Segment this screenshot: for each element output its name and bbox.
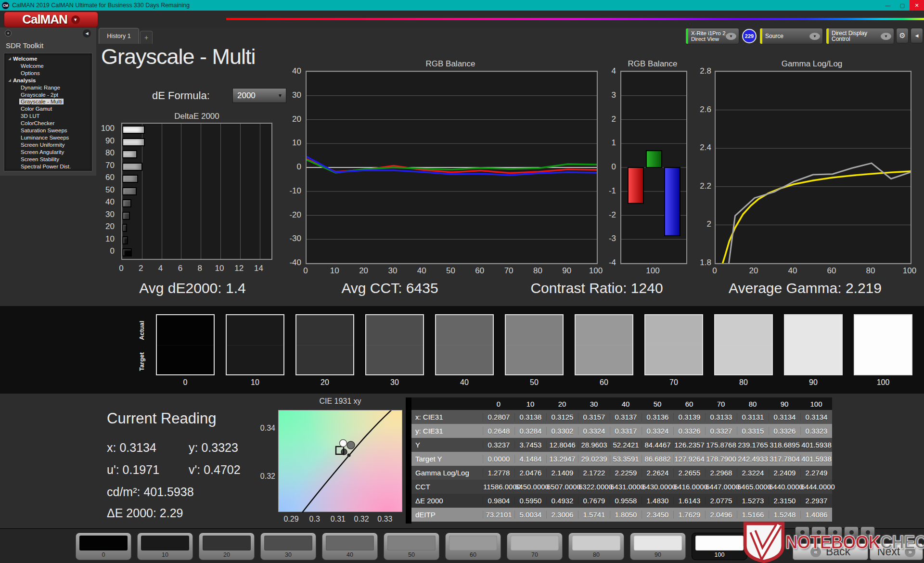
tick-label: 2 (139, 264, 143, 273)
table-column-header: 0 (483, 400, 514, 408)
workflow-dot-icon[interactable] (5, 30, 12, 37)
control-dot-icon (800, 530, 805, 535)
pattern-window-button[interactable] (752, 534, 770, 558)
meter-count-badge[interactable]: 229 (742, 29, 757, 43)
pattern-tile-80[interactable]: 80 (568, 533, 624, 560)
chevron-down-icon: ▼ (809, 33, 820, 40)
tick-label: 0.3 (309, 515, 320, 524)
table-cell: 0.3317 (610, 427, 642, 435)
meter-dropdown[interactable]: X-Rite i1Pro 2 Direct View ▼ (685, 28, 739, 44)
table-cell: 317.7804 (769, 455, 800, 463)
table-cell: 242.4933 (737, 455, 769, 463)
sidebar-item-dynamic-range[interactable]: Dynamic Range (4, 84, 92, 91)
deltae-bar-40 (122, 199, 131, 207)
pattern-tile-0[interactable]: 0 (76, 533, 131, 560)
gear-icon: ⚙ (899, 31, 905, 40)
sidebar-item-welcome[interactable]: Welcome (4, 63, 92, 70)
sidebar-item-3d-lut[interactable]: 3D LUT (4, 113, 92, 120)
table-cell: 178.7900 (705, 455, 737, 463)
pattern-control-button[interactable] (795, 526, 809, 538)
sidebar-item-spectral-power-dist-[interactable]: Spectral Power Dist. (4, 163, 92, 170)
stat-avg-cct: Avg CCT: 6435 (341, 280, 438, 296)
swatch-level-label: 90 (784, 378, 843, 387)
pattern-tile-10[interactable]: 10 (137, 533, 193, 560)
sidebar-item-grayscale-multi[interactable]: Grayscale - Multi (4, 98, 92, 105)
table-cell: 401.5938 (800, 441, 832, 449)
table-row-target-y: Target Y0.00004.148413.294729.023953.359… (411, 452, 832, 466)
sidebar-item-screen-uniformity[interactable]: Screen Uniformity (4, 141, 92, 149)
minimize-button[interactable]: — (881, 0, 895, 11)
grayscale-swatch-100 (854, 314, 912, 375)
sidebar-section-analysis[interactable]: Analysis (4, 77, 92, 84)
source-dropdown[interactable]: Source ▼ (759, 28, 823, 44)
close-button[interactable]: ✕ (910, 0, 924, 11)
pattern-tile-50[interactable]: 50 (384, 533, 439, 560)
pattern-tile-100[interactable]: 100 (692, 533, 747, 560)
pattern-tile-30[interactable]: 30 (260, 533, 316, 560)
pattern-tile-40[interactable]: 40 (322, 533, 378, 560)
sidebar-item-screen-stability[interactable]: Screen Stability (4, 156, 92, 163)
reading-luminance: cd/m²: 401.5938 (107, 485, 194, 499)
expanded-arrow-icon (8, 79, 11, 82)
target-patch (296, 345, 353, 375)
pattern-control-button[interactable] (828, 526, 842, 538)
pattern-tile-60[interactable]: 60 (445, 533, 501, 560)
de-formula-label: dE Formula: (152, 90, 210, 102)
row-label: dEITP (411, 511, 483, 519)
gridline (162, 124, 162, 259)
tick-label: 50 (91, 185, 115, 195)
tick-label: 10 (278, 138, 301, 148)
actual-patch (227, 315, 283, 345)
table-cell: 2.3006 (546, 511, 578, 519)
pattern-tile-90[interactable]: 90 (630, 533, 686, 560)
collapse-panel-button[interactable]: ◀ (911, 28, 923, 43)
tick-label: 1.8 (689, 258, 711, 268)
display-control-dropdown[interactable]: Direct Display Control ▼ (826, 28, 894, 44)
next-button[interactable]: Next » (870, 543, 923, 560)
rgb-line-chart (306, 71, 598, 264)
gamma-target-line (721, 171, 911, 263)
maximize-button[interactable]: ▢ (895, 0, 910, 11)
settings-button[interactable]: ⚙ (896, 28, 909, 43)
pattern-tile-70[interactable]: 70 (507, 533, 563, 560)
tick-label: -2 (601, 210, 616, 220)
table-header-row: 0102030405060708090100 (411, 397, 832, 410)
sidebar-item-options[interactable]: Options (4, 70, 92, 77)
tab-history-1[interactable]: History 1 (99, 28, 139, 44)
tick-label: 60 (91, 173, 115, 182)
pattern-tile-label: 90 (630, 551, 685, 558)
sidebar-section-welcome[interactable]: Welcome (4, 55, 92, 63)
pattern-control-button[interactable] (844, 526, 859, 538)
table-cell: 6450.0000 (514, 483, 546, 491)
table-cell: 0.3326 (769, 427, 800, 435)
swatch-level-label: 100 (854, 378, 912, 387)
tick-label: 0.32 (354, 515, 369, 524)
table-cell: 13.2947 (546, 455, 578, 463)
table-cell: 6465.0000 (737, 483, 769, 491)
calman-menu-button[interactable]: CalMAN ▼ (4, 12, 98, 27)
tick-label: -3 (601, 234, 616, 243)
table-column-header: 30 (578, 400, 610, 408)
target-patch (645, 345, 702, 375)
sidebar-item-saturation-sweeps[interactable]: Saturation Sweeps (4, 127, 92, 134)
sidebar-item-colorchecker[interactable]: ColorChecker (4, 120, 92, 127)
actual-patch (157, 315, 214, 345)
toolkit-title: SDR Toolkit (6, 41, 43, 50)
sidebar-collapse-button[interactable]: ◀ (83, 29, 91, 38)
tick-label: -40 (278, 258, 301, 268)
table-cell: 0.3125 (546, 413, 578, 421)
back-button[interactable]: « Back (793, 543, 868, 560)
sidebar-item-luminance-sweeps[interactable]: Luminance Sweeps (4, 134, 92, 141)
rainbow-strip (226, 18, 924, 20)
sidebar-item-screen-angularity[interactable]: Screen Angularity (4, 149, 92, 156)
pattern-control-button[interactable] (860, 526, 875, 538)
pattern-tile-20[interactable]: 20 (199, 533, 255, 560)
sidebar-item-grayscale-2pt[interactable]: Grayscale - 2pt (4, 91, 92, 99)
pattern-control-button[interactable] (811, 526, 826, 538)
target-patch (785, 345, 842, 375)
target-patch (576, 345, 632, 375)
row-label: CCT (411, 483, 483, 491)
sidebar-item-color-gamut[interactable]: Color Gamut (4, 105, 92, 113)
add-tab-button[interactable]: + (140, 31, 153, 44)
control-dot-icon (866, 530, 870, 535)
